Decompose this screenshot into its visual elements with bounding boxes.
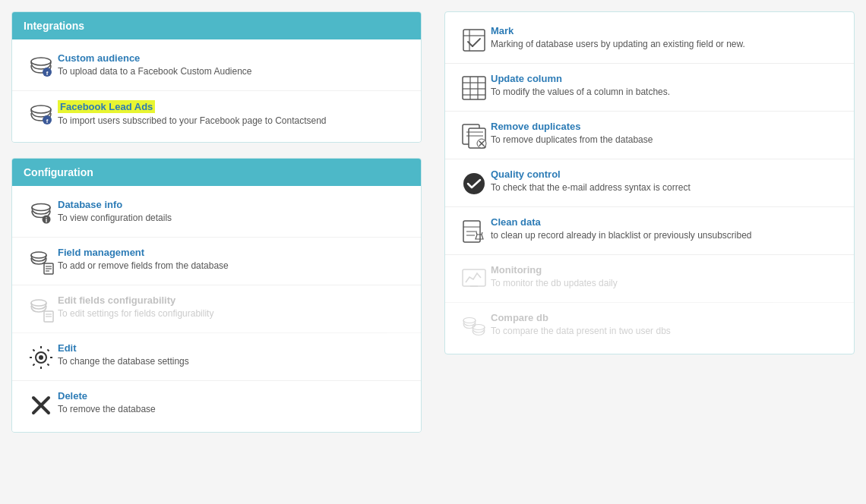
svg-rect-27 — [463, 77, 485, 99]
database-info-desc: To view configuration details — [58, 212, 409, 225]
monitoring-icon — [457, 266, 491, 293]
svg-text:i: i — [45, 216, 47, 224]
compare-db-text: Compare db To compare the data present i… — [491, 312, 842, 338]
facebook-lead-ads-icon: f — [24, 102, 58, 129]
configuration-title: Configuration — [24, 166, 93, 178]
remove-duplicates-icon — [457, 122, 491, 150]
quality-control-text: Quality control To check that the e-mail… — [491, 169, 842, 194]
left-panel: Integrations f Custom audience To upload… — [0, 0, 433, 504]
configuration-header: Configuration — [12, 159, 421, 186]
clean-data-desc: to clean up record already in blacklist … — [491, 229, 842, 242]
mark-text: Mark Marking of database users by updati… — [491, 25, 842, 51]
svg-line-45 — [476, 232, 477, 235]
facebook-lead-ads-text: Facebook Lead Ads To import users subscr… — [58, 100, 409, 128]
configuration-section: Configuration i Database info To view co… — [11, 158, 422, 433]
delete-text: Delete To remove the database — [58, 390, 409, 416]
svg-point-14 — [31, 300, 46, 306]
edit-icon — [24, 344, 58, 371]
edit-fields-config-item: Edit fields configurability To edit sett… — [12, 285, 421, 333]
field-management-item[interactable]: Field management To add or remove fields… — [12, 238, 421, 285]
quality-control-icon — [457, 170, 491, 197]
update-column-icon — [457, 74, 491, 102]
delete-icon — [24, 392, 58, 419]
custom-audience-text: Custom audience To upload data to a Face… — [58, 52, 409, 78]
mark-item[interactable]: Mark Marking of database users by updati… — [445, 16, 854, 64]
edit-fields-config-desc: To edit settings for fields configurabil… — [58, 307, 409, 320]
edit-text: Edit To change the database settings — [58, 342, 409, 368]
svg-line-26 — [473, 39, 480, 46]
clean-data-text: Clean data to clean up record already in… — [491, 216, 842, 242]
database-info-title: Database info — [58, 199, 409, 210]
field-management-text: Field management To add or remove fields… — [58, 247, 409, 272]
right-panel: Mark Marking of database users by updati… — [433, 0, 866, 504]
database-info-text: Database info To view configuration deta… — [58, 199, 409, 225]
compare-db-item: Compare db To compare the data present i… — [445, 303, 854, 350]
svg-text:f: f — [46, 70, 48, 77]
svg-point-3 — [31, 106, 51, 113]
field-management-icon — [24, 248, 58, 276]
delete-title: Delete — [58, 390, 409, 402]
configuration-body: i Database info To view configuration de… — [12, 186, 421, 432]
quality-control-desc: To check that the e-mail address syntax … — [491, 181, 842, 194]
remove-duplicates-text: Remove duplicates To remove duplicates f… — [491, 121, 842, 146]
field-management-desc: To add or remove fields from the databas… — [58, 260, 409, 272]
svg-point-40 — [463, 173, 485, 194]
update-column-desc: To modify the values of a column in batc… — [491, 86, 842, 99]
delete-desc: To remove the database — [58, 403, 409, 416]
edit-fields-config-title: Edit fields configurability — [58, 295, 409, 306]
svg-line-46 — [482, 232, 482, 235]
svg-rect-22 — [463, 30, 485, 51]
remove-duplicates-title: Remove duplicates — [491, 121, 842, 132]
custom-audience-title: Custom audience — [58, 52, 409, 64]
compare-db-icon — [457, 313, 491, 341]
svg-point-0 — [31, 58, 51, 65]
delete-item[interactable]: Delete To remove the database — [12, 381, 421, 428]
clean-data-item[interactable]: Clean data to clean up record already in… — [445, 207, 854, 255]
monitoring-item: Monitoring To monitor the db updates dai… — [445, 255, 854, 303]
integrations-title: Integrations — [24, 20, 84, 32]
field-management-title: Field management — [58, 247, 409, 258]
integrations-body: f Custom audience To upload data to a Fa… — [12, 39, 421, 142]
edit-title: Edit — [58, 342, 409, 354]
custom-audience-item[interactable]: f Custom audience To upload data to a Fa… — [12, 43, 421, 91]
facebook-lead-ads-item[interactable]: f Facebook Lead Ads To import users subs… — [12, 91, 421, 138]
compare-db-desc: To compare the data present in two user … — [491, 325, 842, 338]
custom-audience-icon: f — [24, 54, 58, 81]
update-column-title: Update column — [491, 73, 842, 84]
remove-duplicates-desc: To remove duplicates from the database — [491, 134, 842, 146]
clean-data-title: Clean data — [491, 216, 842, 228]
clean-data-icon — [457, 218, 491, 245]
database-info-item[interactable]: i Database info To view configuration de… — [12, 190, 421, 238]
svg-point-19 — [39, 355, 43, 360]
svg-point-9 — [31, 252, 46, 258]
remove-duplicates-item[interactable]: Remove duplicates To remove duplicates f… — [445, 112, 854, 159]
edit-desc: To change the database settings — [58, 355, 409, 368]
integrations-header: Integrations — [12, 12, 421, 39]
right-card: Mark Marking of database users by updati… — [444, 11, 855, 354]
quality-control-title: Quality control — [491, 169, 842, 180]
monitoring-title: Monitoring — [491, 264, 842, 276]
mark-title: Mark — [491, 25, 842, 36]
svg-point-6 — [32, 204, 50, 211]
update-column-text: Update column To modify the values of a … — [491, 73, 842, 99]
custom-audience-desc: To upload data to a Facebook Custom Audi… — [58, 65, 409, 78]
facebook-lead-ads-title: Facebook Lead Ads — [58, 100, 155, 113]
facebook-lead-ads-desc: To import users subscribed to your Faceb… — [58, 115, 409, 128]
database-info-icon: i — [24, 200, 58, 228]
mark-desc: Marking of database users by updating an… — [491, 38, 842, 51]
svg-point-49 — [463, 318, 476, 323]
edit-fields-config-icon — [24, 296, 58, 323]
monitoring-desc: To monitor the db updates daily — [491, 277, 842, 290]
edit-item[interactable]: Edit To change the database settings — [12, 333, 421, 381]
quality-control-item[interactable]: Quality control To check that the e-mail… — [445, 159, 854, 207]
mark-icon — [457, 27, 491, 54]
compare-db-title: Compare db — [491, 312, 842, 323]
monitoring-text: Monitoring To monitor the db updates dai… — [491, 264, 842, 290]
svg-line-25 — [468, 42, 473, 46]
edit-fields-config-text: Edit fields configurability To edit sett… — [58, 295, 409, 320]
integrations-section: Integrations f Custom audience To upload… — [11, 11, 422, 143]
update-column-item[interactable]: Update column To modify the values of a … — [445, 64, 854, 112]
svg-text:f: f — [46, 118, 48, 124]
